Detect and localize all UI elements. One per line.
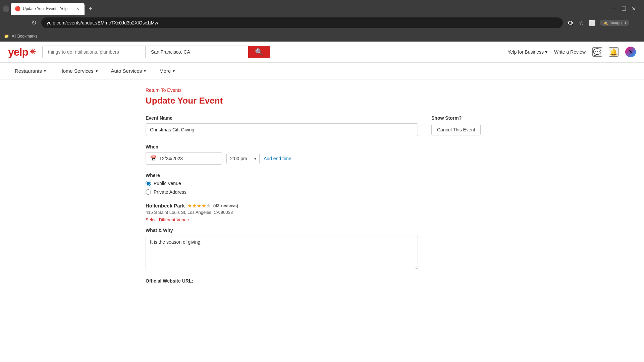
back-button[interactable]: ←: [4, 18, 14, 28]
toolbar-right: 👁️‍🗨️ ☆ ⬜ 🕵️ Incognito ⋮: [566, 18, 640, 27]
bookmarks-label[interactable]: All Bookmarks: [12, 34, 38, 39]
yelp-page: yelp ✳ 🔍 Yelp for Business ▾ Write a Rev…: [0, 42, 644, 362]
public-venue-option[interactable]: Public Venue: [146, 181, 418, 186]
time-select[interactable]: 2:00 pm 12:00 am 12:30 am 1:00 pm 3:00 p…: [226, 153, 260, 164]
private-address-radio[interactable]: [146, 189, 151, 195]
write-review-label: Write a Review: [554, 49, 586, 55]
venue-name-text: Hollenbeck Park: [146, 203, 185, 208]
date-picker[interactable]: 📅: [146, 152, 222, 165]
address-bar[interactable]: [41, 17, 563, 28]
new-tab-button[interactable]: +: [86, 4, 95, 14]
star-5: ★: [206, 203, 211, 208]
tab-favicon: 🔴: [15, 6, 20, 11]
venue-type-radio-group: Public Venue Private Address: [146, 181, 418, 195]
search-container: 🔍: [42, 46, 270, 58]
close-window-button[interactable]: ✕: [630, 4, 637, 13]
tab-group-button[interactable]: ‹: [3, 5, 9, 12]
star-3: ★: [197, 203, 201, 208]
home-services-label: Home Services: [59, 68, 94, 74]
auto-services-chevron-icon: ▾: [144, 69, 146, 73]
search-button[interactable]: 🔍: [248, 46, 270, 58]
venue-address: 415 S Saint Louis St, Los Angeles, CA 90…: [146, 210, 418, 215]
what-why-label: What & Why: [146, 228, 418, 233]
browser-toolbar: ← → ↻ 👁️‍🗨️ ☆ ⬜ 🕵️ Incognito ⋮: [0, 15, 644, 31]
search-icon: 🔍: [255, 48, 263, 56]
venue-name-row: Hollenbeck Park ★ ★ ★ ★ ★ (43 reviews): [146, 203, 418, 208]
event-name-label: Event Name: [146, 115, 418, 121]
venue-stars: ★ ★ ★ ★ ★: [187, 203, 211, 208]
write-review-link[interactable]: Write a Review: [554, 49, 586, 55]
what-why-group: What & Why It is the season of giving.: [146, 228, 418, 270]
return-to-events-link[interactable]: Return To Events: [146, 87, 181, 93]
add-end-time-link[interactable]: Add end time: [264, 156, 291, 161]
where-label: Where: [146, 173, 418, 178]
snow-storm-label: Snow Storm?: [431, 115, 498, 121]
cancel-event-button[interactable]: Cancel This Event: [431, 124, 481, 135]
public-venue-radio[interactable]: [146, 181, 151, 186]
minimize-button[interactable]: —: [609, 4, 618, 13]
yelp-header: yelp ✳ 🔍 Yelp for Business ▾ Write a Rev…: [0, 42, 644, 63]
bookmarks-folder-icon: 📁: [4, 34, 9, 39]
nav-item-restaurants[interactable]: Restaurants ▾: [8, 63, 53, 79]
bookmark-icon[interactable]: ☆: [578, 18, 585, 27]
active-tab[interactable]: 🔴 Update Your Event - Yelp ×: [11, 3, 85, 15]
browser-window: ‹ 🔴 Update Your Event - Yelp × + — ❐ ✕ ←…: [0, 0, 644, 42]
time-select-wrap: 2:00 pm 12:00 am 12:30 am 1:00 pm 3:00 p…: [226, 153, 260, 164]
when-row: 📅 2:00 pm 12:00 am 12:30 am 1:00 pm 3:00…: [146, 152, 418, 165]
restaurants-chevron-icon: ▾: [44, 69, 46, 73]
yelp-for-business-chevron: ▾: [545, 49, 547, 55]
nav-item-auto-services[interactable]: Auto Services ▾: [104, 63, 153, 79]
yelp-for-business-link[interactable]: Yelp for Business ▾: [507, 49, 547, 55]
more-chevron-icon: ▾: [173, 69, 175, 73]
when-label: When: [146, 144, 418, 149]
forward-button[interactable]: →: [17, 18, 27, 28]
header-nav: Yelp for Business ▾ Write a Review 💬 🔔 ✳: [507, 47, 636, 57]
maximize-button[interactable]: ❐: [620, 4, 628, 13]
restaurants-label: Restaurants: [15, 68, 42, 74]
public-venue-label: Public Venue: [154, 181, 181, 186]
yelp-logo[interactable]: yelp ✳: [8, 46, 36, 58]
bookmarks-bar: 📁 All Bookmarks: [0, 31, 644, 42]
what-why-textarea[interactable]: It is the season of giving.: [146, 236, 418, 269]
notifications-icon[interactable]: 🔔: [609, 47, 619, 57]
more-label: More: [159, 68, 171, 74]
yelp-logo-text: yelp: [8, 46, 28, 58]
select-venue-link[interactable]: Select Different Venue: [146, 217, 189, 222]
page-title: Update Your Event: [146, 96, 498, 106]
tab-bar: ‹ 🔴 Update Your Event - Yelp × + — ❐ ✕: [0, 0, 644, 15]
form-main: Event Name When 📅 2:00 pm: [146, 115, 418, 292]
eye-off-icon[interactable]: 👁️‍🗨️: [566, 18, 575, 27]
form-layout: Event Name When 📅 2:00 pm: [146, 115, 498, 292]
incognito-badge: 🕵️ Incognito: [600, 20, 629, 26]
avatar-icon: ✳: [628, 48, 633, 56]
extensions-icon[interactable]: ⋮: [632, 18, 640, 27]
official-url-label: Official Website URL:: [146, 278, 418, 284]
reload-button[interactable]: ↻: [30, 18, 39, 28]
search-what-input[interactable]: [43, 46, 146, 58]
star-1: ★: [187, 203, 192, 208]
main-content: Return To Events Update Your Event Event…: [138, 79, 506, 300]
messages-icon[interactable]: 💬: [592, 47, 602, 57]
user-avatar[interactable]: ✳: [625, 47, 636, 57]
form-side: Snow Storm? Cancel This Event: [431, 115, 498, 292]
window-controls: — ❐ ✕: [605, 4, 641, 13]
split-view-icon[interactable]: ⬜: [588, 18, 597, 27]
yelp-burst-icon: ✳: [30, 48, 36, 56]
calendar-icon: 📅: [150, 155, 157, 162]
search-where-input[interactable]: [146, 46, 248, 58]
when-group: When 📅 2:00 pm 12:00 am 12:30 am 1:00 pm: [146, 144, 418, 165]
private-address-label: Private Address: [154, 189, 186, 195]
tab-title: Update Your Event - Yelp: [23, 6, 72, 11]
date-input[interactable]: [159, 156, 218, 161]
nav-item-home-services[interactable]: Home Services ▾: [53, 63, 104, 79]
star-2: ★: [192, 203, 197, 208]
event-name-input[interactable]: [146, 123, 418, 136]
event-name-group: Event Name: [146, 115, 418, 136]
venue-info: Hollenbeck Park ★ ★ ★ ★ ★ (43 reviews) 4…: [146, 203, 418, 222]
close-tab-button[interactable]: ×: [75, 5, 80, 12]
review-count: (43 reviews): [213, 203, 238, 208]
official-url-group: Official Website URL:: [146, 278, 418, 284]
private-address-option[interactable]: Private Address: [146, 189, 418, 195]
nav-item-more[interactable]: More ▾: [153, 63, 181, 79]
incognito-label: Incognito: [609, 20, 626, 25]
